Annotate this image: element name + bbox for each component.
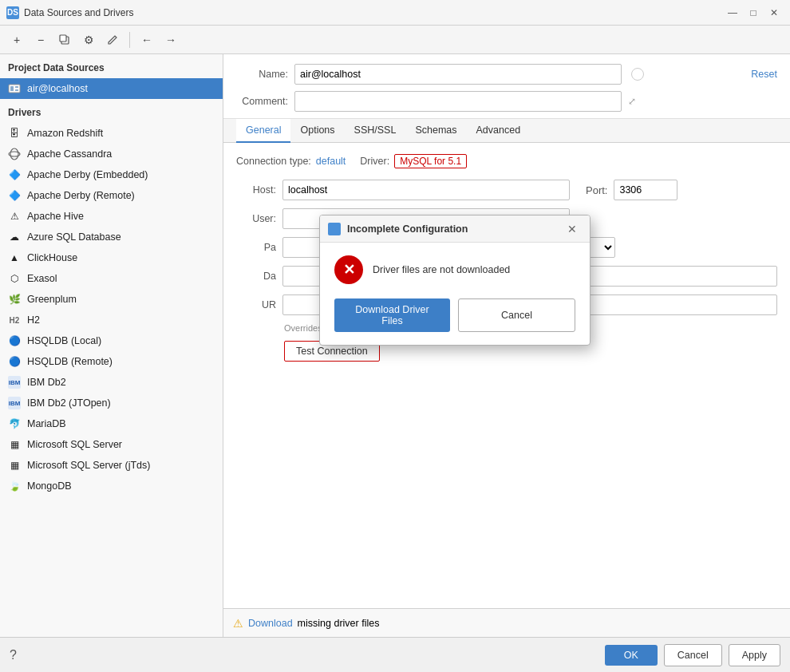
sidebar-item-label: Amazon Redshift	[27, 128, 103, 139]
sidebar-item-label: Apache Hive	[27, 211, 84, 222]
sidebar: Project Data Sources air@localhost Drive…	[0, 54, 223, 637]
mariadb-icon: 🐬	[8, 417, 21, 430]
modal-cancel-button[interactable]: Cancel	[458, 298, 575, 332]
sidebar-item-label: air@localhost	[27, 83, 88, 94]
title-bar-text: Data Sources and Drivers	[24, 7, 723, 18]
sidebar-item-hsqldb-remote[interactable]: 🔵 HSQLDB (Remote)	[0, 351, 223, 372]
warning-icon: ⚠	[233, 617, 243, 630]
greenplum-icon: 🌿	[8, 293, 21, 306]
minimize-button[interactable]: —	[723, 5, 742, 21]
modal-message-row: ✕ Driver files are not downloaded	[334, 255, 575, 284]
forward-button[interactable]: →	[160, 30, 181, 50]
sidebar-item-label: Apache Derby (Remote)	[27, 190, 135, 201]
sidebar-item-clickhouse[interactable]: ▲ ClickHouse	[0, 247, 223, 268]
modal-title-icon	[328, 223, 341, 235]
sidebar-item-amazon-redshift[interactable]: 🗄 Amazon Redshift	[0, 123, 223, 144]
modal-overlay: Incomplete Configuration ✕ ✕ Driver file…	[223, 143, 790, 608]
reset-button[interactable]: Reset	[751, 69, 777, 80]
sidebar-item-exasol[interactable]: ⬡ Exasol	[0, 268, 223, 289]
svg-rect-3	[10, 86, 14, 91]
back-button[interactable]: ←	[136, 30, 157, 50]
connection-icon	[8, 82, 21, 95]
cancel-button[interactable]: Cancel	[664, 644, 722, 666]
toolbar-separator	[129, 32, 130, 48]
project-data-sources-title: Project Data Sources	[0, 54, 223, 78]
header-fields: Name: Reset Comment: ⤢	[223, 54, 790, 119]
sidebar-item-azure-sql[interactable]: ☁ Azure SQL Database	[0, 227, 223, 247]
sidebar-item-label: Azure SQL Database	[27, 231, 121, 243]
right-panel: Name: Reset Comment: ⤢ General Options S…	[223, 54, 790, 637]
mongodb-icon: 🍃	[8, 480, 21, 492]
clickhouse-icon: ▲	[8, 251, 21, 264]
amazon-redshift-icon: 🗄	[8, 127, 21, 140]
sidebar-item-apache-hive[interactable]: ⚠ Apache Hive	[0, 206, 223, 227]
sidebar-item-label: H2	[27, 314, 40, 326]
copy-button[interactable]	[54, 30, 75, 50]
apache-cassandra-icon	[8, 148, 21, 160]
modal-dialog: Incomplete Configuration ✕ ✕ Driver file…	[319, 215, 591, 346]
ok-button[interactable]: OK	[605, 645, 658, 666]
modal-close-button[interactable]: ✕	[563, 221, 582, 237]
tabs: General Options SSH/SSL Schemas Advanced	[223, 119, 790, 143]
add-button[interactable]: +	[6, 30, 27, 50]
settings-button[interactable]: ⚙	[78, 30, 99, 50]
svg-rect-1	[60, 35, 66, 42]
download-driver-files-button[interactable]: Download Driver Files	[334, 298, 450, 332]
close-button[interactable]: ✕	[764, 5, 784, 21]
sidebar-item-label: IBM Db2 (JTOpen)	[27, 397, 111, 409]
modal-title: Incomplete Configuration	[347, 223, 556, 235]
tab-options[interactable]: Options	[290, 119, 344, 143]
sidebar-item-apache-cassandra[interactable]: Apache Cassandra	[0, 144, 223, 164]
name-circle-icon	[631, 68, 644, 81]
sidebar-item-air-localhost[interactable]: air@localhost	[0, 78, 223, 99]
apache-derby-embedded-icon: 🔷	[8, 168, 21, 181]
error-x: ✕	[343, 261, 355, 279]
name-label: Name:	[236, 69, 288, 80]
sidebar-item-greenplum[interactable]: 🌿 Greenplum	[0, 289, 223, 310]
sidebar-item-label: MariaDB	[27, 418, 66, 429]
help-icon[interactable]: ?	[10, 648, 17, 662]
name-row: Name: Reset	[236, 64, 777, 85]
sidebar-item-h2[interactable]: H2 H2	[0, 310, 223, 330]
remove-button[interactable]: −	[30, 30, 51, 50]
tab-schemas[interactable]: Schemas	[405, 119, 466, 143]
maximize-button[interactable]: □	[744, 5, 763, 21]
drivers-title: Drivers	[0, 99, 223, 123]
sidebar-item-label: Apache Cassandra	[27, 148, 112, 160]
svg-point-6	[10, 148, 18, 160]
svg-rect-4	[15, 86, 18, 88]
sidebar-item-ibm-db2-jtopen[interactable]: IBM IBM Db2 (JTOpen)	[0, 393, 223, 413]
edit-button[interactable]	[102, 30, 123, 50]
comment-input[interactable]	[294, 91, 622, 112]
status-text: missing driver files	[298, 618, 380, 629]
sidebar-item-label: Exasol	[27, 273, 57, 284]
sidebar-item-mssql[interactable]: ▦ Microsoft SQL Server	[0, 434, 223, 455]
comment-label: Comment:	[236, 96, 288, 107]
sidebar-item-apache-derby-embedded[interactable]: 🔷 Apache Derby (Embedded)	[0, 164, 223, 185]
apache-hive-icon: ⚠	[8, 210, 21, 223]
sidebar-item-label: Microsoft SQL Server (jTds)	[27, 460, 150, 471]
sidebar-item-hsqldb-local[interactable]: 🔵 HSQLDB (Local)	[0, 330, 223, 351]
sidebar-item-mongodb[interactable]: 🍃 MongoDB	[0, 476, 223, 496]
app-icon: DS	[6, 6, 19, 19]
sidebar-item-mariadb[interactable]: 🐬 MariaDB	[0, 413, 223, 434]
sidebar-item-label: Apache Derby (Embedded)	[27, 169, 148, 180]
tab-ssh-ssl[interactable]: SSH/SSL	[345, 119, 406, 143]
tab-advanced[interactable]: Advanced	[467, 119, 531, 143]
apply-button[interactable]: Apply	[729, 644, 780, 666]
comment-row: Comment: ⤢	[236, 91, 777, 112]
tab-general[interactable]: General	[236, 119, 290, 143]
exasol-icon: ⬡	[8, 272, 21, 285]
apache-derby-remote-icon: 🔷	[8, 189, 21, 202]
status-bar: ⚠ Download missing driver files	[223, 608, 790, 637]
ibm-db2-icon: IBM	[8, 376, 21, 389]
title-bar-controls: — □ ✕	[723, 5, 784, 21]
download-link[interactable]: Download	[248, 618, 293, 629]
expand-icon[interactable]: ⤢	[628, 96, 636, 107]
sidebar-item-mssql-jtds[interactable]: ▦ Microsoft SQL Server (jTds)	[0, 455, 223, 476]
svg-rect-5	[15, 89, 18, 91]
sidebar-item-label: IBM Db2	[27, 377, 66, 388]
sidebar-item-ibm-db2[interactable]: IBM IBM Db2	[0, 372, 223, 393]
name-input[interactable]	[294, 64, 622, 85]
sidebar-item-apache-derby-remote[interactable]: 🔷 Apache Derby (Remote)	[0, 185, 223, 206]
